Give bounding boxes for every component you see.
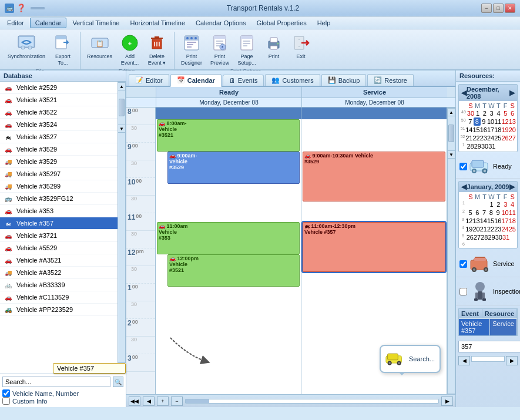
db-item-16[interactable]: 🚚 Vehicle #A3522: [0, 267, 118, 279]
right-search-input[interactable]: [458, 341, 520, 352]
dec-21[interactable]: 21: [465, 134, 472, 142]
jan-8[interactable]: 8: [488, 209, 495, 217]
page-setup-button[interactable]: PageSetup...: [234, 32, 259, 68]
db-item-11[interactable]: 🚗 Vehicle #353: [0, 205, 118, 217]
mini-cal-jan-next[interactable]: ▶: [509, 183, 515, 191]
right-scroll-left[interactable]: ◀: [458, 356, 470, 365]
jan-15[interactable]: 15: [487, 217, 494, 225]
jan-31[interactable]: 31: [502, 233, 509, 241]
db-item-19[interactable]: 🚜 Vehicle #PP223529: [0, 304, 118, 316]
dec-20[interactable]: 20: [509, 126, 516, 134]
dec-1[interactable]: 1: [474, 109, 481, 117]
tab-restore[interactable]: 🔄 Restore: [367, 74, 414, 86]
jan-1[interactable]: 1: [488, 200, 495, 209]
event-ready-3529-9am[interactable]: 🚗 9:00am-Vehicle#3529: [167, 152, 300, 184]
jan-28[interactable]: 28: [481, 233, 488, 241]
event-ready-353-11am[interactable]: 🚗 11:00amVehicle#353: [157, 222, 300, 254]
event-service-3529[interactable]: 🚗 9:00am-10:30am Vehicle#3529: [303, 152, 445, 201]
db-item-14[interactable]: 🚗 Vehicle #5529: [0, 242, 118, 254]
jan-25[interactable]: 25: [509, 225, 516, 233]
sync-button[interactable]: Synchronization: [5, 32, 48, 68]
scroll-thumb[interactable]: [119, 99, 125, 116]
db-item-18[interactable]: 🚗 Vehicle #C113529: [0, 291, 118, 304]
dec-8-today[interactable]: 8: [474, 117, 481, 126]
event-ready-3521-8am[interactable]: 🚗 8:00am-Vehicle#3521: [157, 119, 300, 152]
nav-add[interactable]: +: [157, 397, 169, 406]
scroll-track[interactable]: [185, 399, 439, 404]
db-item-6[interactable]: 🚗 Vehicle #3529: [0, 143, 118, 156]
dec-15[interactable]: 15: [473, 126, 480, 134]
event-table-row-1[interactable]: Vehicle #357 Service: [459, 318, 517, 335]
scroll-up[interactable]: ▲: [118, 82, 126, 90]
db-item-4[interactable]: 🚗 Vehicle #3524: [0, 119, 118, 131]
scroll-down[interactable]: ▼: [118, 125, 126, 133]
menu-help[interactable]: Help: [313, 18, 336, 28]
tab-calendar[interactable]: 📅 Calendar: [170, 74, 222, 87]
jan-3[interactable]: 3: [502, 200, 509, 209]
jan-26[interactable]: 26: [467, 233, 474, 241]
right-hscroll[interactable]: [471, 356, 505, 362]
jan-19[interactable]: 19: [465, 225, 472, 233]
resource-ready[interactable]: Ready: [456, 154, 520, 179]
close-button[interactable]: ✕: [505, 4, 515, 13]
dec-13[interactable]: 13: [509, 117, 516, 126]
nav-right[interactable]: ▶: [441, 397, 453, 406]
db-item-8[interactable]: 🚚 Vehicle #35297: [0, 168, 118, 180]
event-service-357[interactable]: 🏍 11:00am-12:30pmVehicle #357: [303, 222, 445, 272]
nav-first[interactable]: ◀◀: [129, 397, 140, 406]
dec-7[interactable]: 7: [467, 117, 474, 126]
jan-30[interactable]: 30: [495, 233, 502, 241]
menu-global-properties[interactable]: Global Properties: [252, 18, 311, 28]
dec-26[interactable]: 26: [502, 134, 509, 142]
export-button[interactable]: ExportTo...: [51, 32, 75, 68]
search-input[interactable]: [2, 377, 110, 387]
dec-12[interactable]: 12: [502, 117, 509, 126]
jan-2[interactable]: 2: [495, 200, 502, 209]
jan-6[interactable]: 6: [474, 209, 481, 217]
jan-21[interactable]: 21: [480, 225, 487, 233]
dec-25[interactable]: 25: [494, 134, 501, 142]
dec-6[interactable]: 6: [509, 109, 516, 117]
jan-14[interactable]: 14: [480, 217, 487, 225]
add-event-button[interactable]: + AddEvent...: [118, 32, 142, 68]
event-ready-3521-12pm[interactable]: 🚗 12:00pmVehicle#3521: [167, 254, 300, 287]
mini-cal-dec-prev[interactable]: ◀: [461, 89, 467, 97]
mini-cal-dec-next[interactable]: ▶: [509, 89, 515, 97]
resource-service[interactable]: Service: [456, 251, 520, 277]
jan-12[interactable]: 12: [465, 217, 472, 225]
dec-28[interactable]: 28: [467, 142, 474, 150]
tab-customers[interactable]: 👥 Customers: [265, 74, 320, 86]
dec-14[interactable]: 14: [465, 126, 472, 134]
dec-3[interactable]: 3: [488, 109, 495, 117]
resource-inspection-checkbox[interactable]: [459, 288, 467, 295]
h-scroll-thumb[interactable]: [186, 399, 209, 403]
dec-2[interactable]: 2: [481, 109, 488, 117]
dec-23[interactable]: 23: [480, 134, 487, 142]
print-preview-button[interactable]: PrintPreview: [207, 32, 232, 68]
db-item-7[interactable]: 🚚 Vehicle #3529: [0, 156, 118, 168]
cal-scroll-up[interactable]: ▲: [447, 108, 455, 116]
db-item-17[interactable]: 🚲 Vehicle #B33339: [0, 279, 118, 291]
right-scroll-right[interactable]: ▶: [506, 356, 518, 365]
tab-events[interactable]: 🗓 Events: [223, 75, 264, 86]
jan-9[interactable]: 9: [495, 209, 502, 217]
jan-29[interactable]: 29: [488, 233, 495, 241]
delete-event-button[interactable]: DeleteEvent ▾: [145, 32, 169, 68]
cal-scroll-down[interactable]: ▼: [447, 150, 455, 159]
dec-18[interactable]: 18: [494, 126, 501, 134]
mini-cal-jan-prev[interactable]: ◀: [461, 183, 467, 191]
dec-30[interactable]: 30: [481, 142, 488, 150]
jan-17[interactable]: 17: [502, 217, 509, 225]
dec-10[interactable]: 10: [487, 117, 494, 126]
custom-info-checkbox[interactable]: [2, 397, 10, 405]
vehicle-name-checkbox[interactable]: [2, 389, 10, 397]
menu-vertical-timeline[interactable]: Vertical Timeline: [68, 18, 124, 28]
jan-16[interactable]: 16: [494, 217, 501, 225]
dec-24[interactable]: 24: [487, 134, 494, 142]
dec-4[interactable]: 4: [495, 109, 502, 117]
jan-27[interactable]: 27: [474, 233, 481, 241]
jan-23[interactable]: 23: [494, 225, 501, 233]
jan-11[interactable]: 11: [509, 209, 516, 217]
help-icon[interactable]: ❓: [16, 4, 26, 13]
dec-17[interactable]: 17: [487, 126, 494, 134]
